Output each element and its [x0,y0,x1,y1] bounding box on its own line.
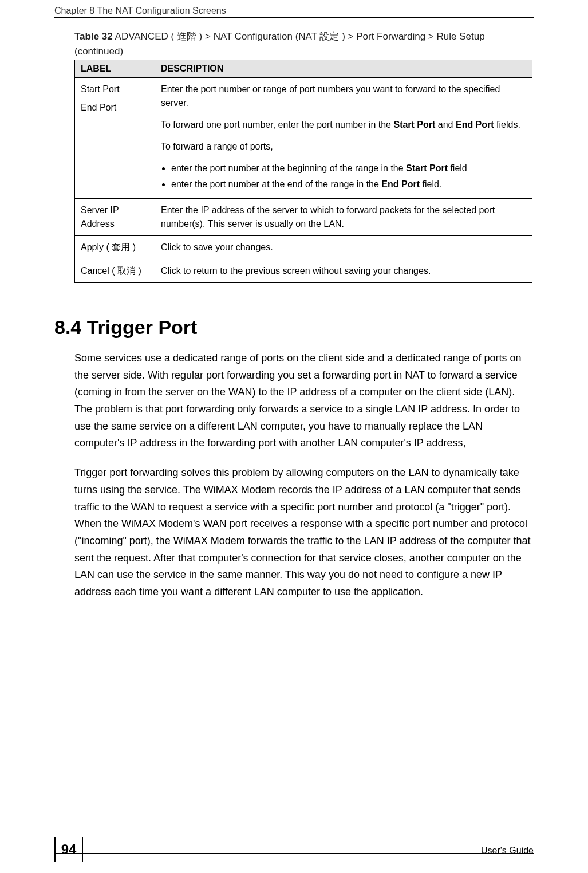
body-paragraph: Trigger port forwarding solves this prob… [74,465,534,601]
cell-label: Cancel ( 取消 ) [75,259,155,283]
cell-description: Enter the port number or range of port n… [155,78,532,199]
table-caption: Table 32 ADVANCED ( 進階 ) > NAT Configura… [74,29,534,58]
page-number: 94 [61,841,77,857]
body-paragraph: Some services use a dedicated range of p… [74,350,534,452]
cell-label: Apply ( 套用 ) [75,236,155,259]
th-label: LABEL [75,60,155,78]
list-item: enter the port number at the end of the … [171,178,526,191]
cell-description: Click to save your changes. [155,236,532,259]
footer-guide: User's Guide [481,846,534,856]
config-table: LABEL DESCRIPTION Start Port End Port En… [74,60,532,283]
table-header-row: LABEL DESCRIPTION [75,60,532,78]
footer-divider [54,853,534,854]
desc-paragraph: To forward one port number, enter the po… [161,118,526,132]
desc-bullet-list: enter the port number at the beginning o… [171,162,526,191]
desc-paragraph: Enter the port number or range of port n… [161,82,526,110]
table-row: Server IP Address Enter the IP address o… [75,199,532,236]
desc-paragraph: To forward a range of ports, [161,140,526,154]
section-heading: 8.4 Trigger Port [54,316,534,339]
chapter-header: Chapter 8 The NAT Configuration Screens [54,6,226,16]
footer: 94 User's Guide [0,853,588,862]
label-text: End Port [81,101,149,115]
table-row: Cancel ( 取消 ) Click to return to the pre… [75,259,532,283]
table-caption-text: ADVANCED ( 進階 ) > NAT Configuration (NAT… [74,31,485,57]
table-row: Start Port End Port Enter the port numbe… [75,78,532,199]
table-row: Apply ( 套用 ) Click to save your changes. [75,236,532,259]
cell-label: Server IP Address [75,199,155,236]
page-number-box: 94 [54,837,83,862]
label-text: Start Port [81,82,149,96]
list-item: enter the port number at the beginning o… [171,162,526,175]
cell-description: Enter the IP address of the server to wh… [155,199,532,236]
table-caption-number: Table 32 [74,31,113,42]
cell-label: Start Port End Port [75,78,155,199]
cell-description: Click to return to the previous screen w… [155,259,532,283]
th-description: DESCRIPTION [155,60,532,78]
header-divider [54,17,534,18]
